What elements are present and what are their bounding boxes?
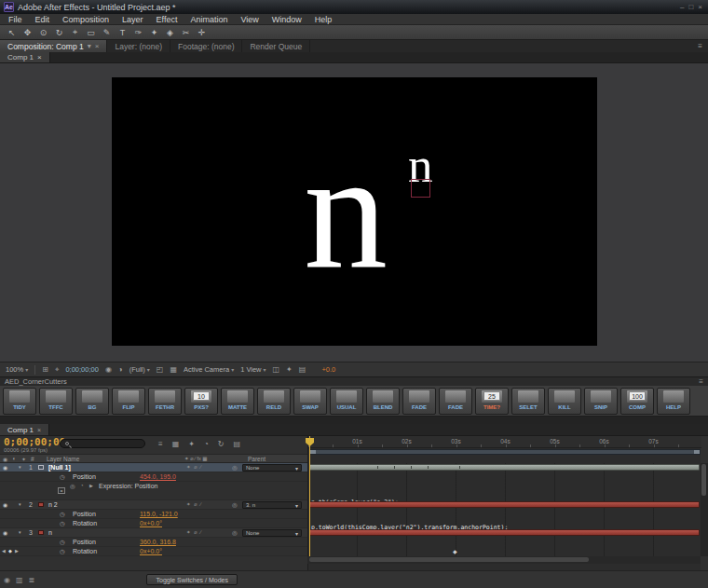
layer-name[interactable]: [Null 1] <box>48 464 71 471</box>
script-button-value[interactable]: 25 <box>483 391 500 401</box>
scrollbar-thumb[interactable] <box>309 557 589 562</box>
expression-row[interactable]: = ◎ ◔ ▶ Expression: Position <box>0 482 307 500</box>
stopwatch-icon[interactable]: ◷ <box>60 539 65 546</box>
tab-render-queue[interactable]: Render Queue <box>242 40 310 52</box>
expression-text[interactable]: p=thisComp.layer("n 2"); p.toWorld(thisC… <box>311 482 508 549</box>
parent-dropdown[interactable]: None ▾ <box>242 529 302 537</box>
parent-pickwhip-icon[interactable]: ◎ <box>232 529 238 537</box>
exposure-value[interactable]: +0.0 <box>321 365 335 374</box>
stopwatch-icon[interactable]: ◷ <box>60 520 65 527</box>
resolution-select[interactable]: (Full) ▾ <box>129 365 150 374</box>
timeline-option-icon[interactable]: ▤ <box>233 440 240 448</box>
stopwatch-icon[interactable]: ◷ <box>60 473 65 481</box>
stopwatch-icon[interactable]: ◷ <box>60 548 65 555</box>
position-value[interactable]: 115.0, -121.0 <box>140 511 178 517</box>
tab-footage[interactable]: Footage: (none) <box>170 40 242 52</box>
tab-layer[interactable]: Layer: (none) <box>107 40 170 52</box>
time-ruler[interactable]: 01s02s03s04s05s06s07s <box>308 436 701 448</box>
caret-icon[interactable]: ▾ <box>88 42 91 50</box>
menu-item[interactable]: Animation <box>184 15 234 24</box>
script-button[interactable]: BLEND <box>366 388 400 415</box>
tool-icon[interactable]: ↻ <box>51 28 67 37</box>
script-panel-title[interactable]: AED_CornerCutters <box>5 377 67 386</box>
timeline-option-icon[interactable]: ▦ <box>172 440 180 448</box>
script-button[interactable]: TFFC <box>39 388 73 415</box>
fast-previews-icon[interactable]: ✦ <box>286 365 293 374</box>
script-button[interactable]: HELP <box>657 388 690 415</box>
script-button[interactable]: 25 TIME? <box>475 388 509 415</box>
close-icon[interactable]: × <box>698 3 702 11</box>
viewer-timecode[interactable]: 0;00;00;00 <box>65 365 98 374</box>
current-time-indicator[interactable] <box>309 436 310 556</box>
footer-option-icon[interactable]: ≣ <box>29 576 35 584</box>
script-button[interactable]: SNIP <box>584 388 618 415</box>
menu-item[interactable]: Layer <box>116 15 150 24</box>
tool-icon[interactable]: T <box>115 28 130 37</box>
script-button[interactable]: 10 PXS? <box>184 388 218 415</box>
layer-row-n[interactable]: ◉ ▾ 3 n ✦ ⌀ ∕ ◎ None ▾ <box>0 528 307 538</box>
magnification-select[interactable]: 100% ▾ <box>6 365 28 374</box>
script-button[interactable]: RELD <box>257 388 291 415</box>
panel-menu-icon[interactable]: ≡ <box>698 40 708 52</box>
twirl-open-icon[interactable]: ▾ <box>19 501 21 507</box>
script-button-value[interactable]: 10 <box>193 391 210 401</box>
search-input[interactable] <box>60 439 145 448</box>
property-row-rotation[interactable]: ◷ Rotation 0x+0.0° <box>0 519 307 528</box>
tool-icon[interactable]: ✎ <box>99 28 115 37</box>
parent-pickwhip-icon[interactable]: ◎ <box>232 501 238 509</box>
tool-icon[interactable]: ▭ <box>83 28 99 37</box>
property-name[interactable]: Position <box>73 511 96 517</box>
expression-enable-icon[interactable]: = <box>58 487 65 494</box>
work-area-bar[interactable] <box>309 449 701 455</box>
script-button[interactable]: SWAP <box>293 388 327 415</box>
visibility-eye-icon[interactable]: ◉ <box>3 501 7 508</box>
vertical-scrollbar[interactable] <box>701 463 708 556</box>
expression-pickwhip-icon[interactable]: ◎ <box>70 483 75 490</box>
timeline-option-icon[interactable]: ◔ <box>204 440 209 448</box>
expression-graph-icon[interactable]: ◔ <box>80 483 84 488</box>
view-layout-select[interactable]: 1 View ▾ <box>240 365 266 374</box>
layer-bar-null-1[interactable] <box>309 464 700 471</box>
pixel-aspect-icon[interactable]: ◫ <box>273 365 280 374</box>
minimize-icon[interactable]: – <box>680 3 684 11</box>
comp-tab[interactable]: Comp 1 × <box>0 52 50 62</box>
timeline-option-icon[interactable]: ↻ <box>218 440 225 448</box>
panel-menu-icon[interactable]: ≡ <box>699 377 703 386</box>
timeline-option-icon[interactable]: ✦ <box>188 440 195 448</box>
tool-icon[interactable]: ✦ <box>146 28 162 37</box>
expression-language-icon[interactable]: ▶ <box>89 483 93 488</box>
close-icon[interactable]: × <box>37 53 42 62</box>
property-name[interactable]: Rotation <box>73 520 97 526</box>
visibility-eye-icon[interactable]: ◉ <box>3 464 7 471</box>
timeline-option-icon[interactable]: ≡ <box>158 440 163 448</box>
stopwatch-icon[interactable]: ◷ <box>60 511 65 518</box>
twirl-open-icon[interactable]: ▾ <box>19 529 21 535</box>
footer-option-icon[interactable]: ◉ <box>4 576 10 584</box>
rotation-value[interactable]: 0x+0.0° <box>140 548 162 554</box>
script-button[interactable]: FLIP <box>112 388 145 415</box>
menu-item[interactable]: Composition <box>56 15 116 24</box>
menu-item[interactable]: Window <box>266 15 308 24</box>
script-button[interactable]: TIDY <box>3 388 36 415</box>
previous-keyframe-icon[interactable]: ◀ <box>2 548 6 554</box>
tool-icon[interactable]: ⊙ <box>35 28 51 37</box>
toggle-switches-button[interactable]: Toggle Switches / Modes <box>146 574 238 585</box>
menu-item[interactable]: File <box>2 15 29 24</box>
region-of-interest-icon[interactable]: ◰ <box>157 365 164 374</box>
script-button[interactable]: 100 COMP <box>620 388 654 415</box>
tool-icon[interactable]: ↖ <box>4 28 20 37</box>
script-button[interactable]: BG <box>75 388 109 415</box>
layer-color-swatch[interactable] <box>38 502 44 507</box>
tool-icon[interactable]: ✂ <box>178 28 194 37</box>
close-icon[interactable]: × <box>37 427 41 433</box>
parent-dropdown[interactable]: 3. n ▾ <box>242 501 302 509</box>
property-name[interactable]: Rotation <box>73 548 97 554</box>
property-row-position[interactable]: ◷ Position 360.0, 316.8 <box>0 538 307 547</box>
script-button[interactable]: MATTE <box>221 388 254 415</box>
parent-dropdown[interactable]: None ▾ <box>242 464 302 472</box>
tool-icon[interactable]: ⌖ <box>67 27 83 37</box>
layer-bar-n[interactable] <box>309 529 700 536</box>
menu-item[interactable]: View <box>234 15 265 24</box>
tool-icon[interactable]: ✑ <box>130 28 146 37</box>
property-name[interactable]: Position <box>73 539 96 545</box>
